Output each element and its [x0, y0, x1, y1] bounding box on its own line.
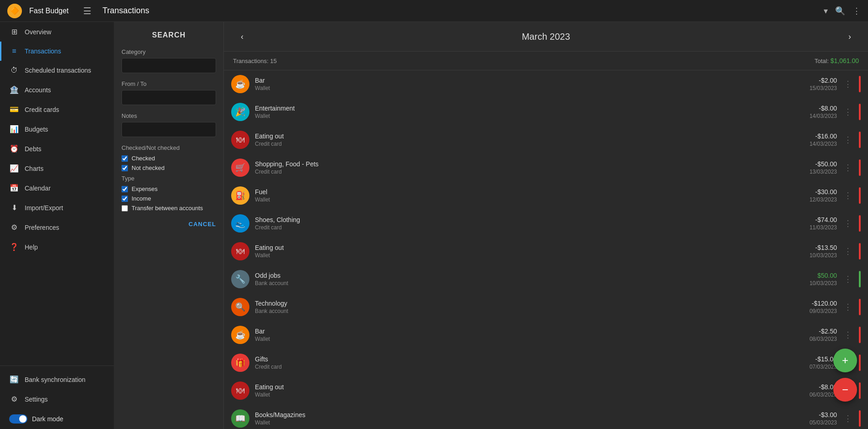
sidebar: ⊞ Overview ≡ Transactions ⏱ Scheduled tr… — [0, 22, 114, 429]
tx-info: Odd jobs Bank account — [255, 272, 804, 286]
tx-indicator — [859, 355, 861, 371]
main-layout: ⊞ Overview ≡ Transactions ⏱ Scheduled tr… — [0, 22, 868, 429]
tx-date: 14/03/2023 — [810, 113, 837, 119]
tx-menu-icon[interactable]: ⋮ — [842, 79, 853, 89]
tx-date: 09/03/2023 — [810, 308, 837, 314]
next-month-button[interactable]: › — [842, 29, 857, 44]
tx-category: Books/Magazines — [255, 411, 804, 418]
cancel-button[interactable]: CANCEL — [122, 221, 216, 228]
sidebar-bottom: 🔄 Bank synchronization ⚙ Settings Dark m… — [0, 365, 114, 429]
tx-menu-icon[interactable]: ⋮ — [842, 135, 853, 145]
notes-group: Notes — [122, 112, 216, 137]
sidebar-item-debts[interactable]: ⏰ Debts — [0, 139, 114, 159]
accounts-icon: 🏦 — [9, 85, 19, 94]
sidebar-item-settings[interactable]: ⚙ Settings — [0, 389, 114, 409]
more-options-icon[interactable]: ⋮ — [852, 6, 861, 16]
tx-category: Technology — [255, 300, 804, 307]
topbar-actions: ▾ 🔍 ⋮ — [824, 6, 861, 16]
tx-account: Wallet — [255, 419, 804, 426]
sidebar-label-accounts: Accounts — [25, 86, 51, 94]
table-row: 🍽 Eating out Credit card -$16.00 14/03/2… — [224, 126, 868, 154]
tx-date: 10/03/2023 — [810, 252, 837, 259]
toggle-knob — [19, 415, 26, 423]
tx-info: Gifts Credit card — [255, 355, 804, 370]
tx-info: Books/Magazines Wallet — [255, 411, 804, 426]
tx-avatar: 🔍 — [231, 298, 249, 316]
menu-icon[interactable]: ☰ — [83, 5, 91, 16]
tx-indicator — [859, 243, 861, 260]
notes-input[interactable] — [122, 122, 216, 137]
sidebar-label-help: Help — [25, 244, 38, 251]
tx-amount: -$50.00 — [815, 160, 837, 168]
dropdown-icon[interactable]: ▾ — [824, 6, 828, 16]
add-transaction-button[interactable]: + — [833, 349, 857, 372]
tx-amount: -$2.50 — [819, 328, 837, 335]
tx-info: Eating out Credit card — [255, 132, 804, 147]
sidebar-item-charts[interactable]: 📈 Charts — [0, 159, 114, 178]
tx-menu-icon[interactable]: ⋮ — [842, 302, 853, 312]
tx-info: Bar Wallet — [255, 328, 804, 342]
transaction-rows: ☕ Bar Wallet -$2.00 15/03/2023 ⋮ 🎉 Enter… — [224, 70, 868, 429]
tx-right: -$2.50 08/03/2023 — [810, 328, 837, 342]
tx-menu-icon[interactable]: ⋮ — [842, 330, 853, 340]
tx-account: Wallet — [255, 196, 804, 203]
tx-indicator — [859, 410, 861, 427]
transactions-icon: ≡ — [9, 47, 19, 55]
dark-mode-label: Dark mode — [32, 415, 63, 423]
sidebar-item-budgets[interactable]: 📊 Budgets — [0, 119, 114, 139]
tx-right: -$2.00 15/03/2023 — [810, 77, 837, 91]
table-row: 📖 Books/Magazines Wallet -$3.00 05/03/20… — [224, 405, 868, 429]
tx-right: -$120.00 09/03/2023 — [810, 300, 837, 314]
sidebar-item-preferences[interactable]: ⚙ Preferences — [0, 217, 114, 237]
transactions-count-label: Transactions: 15 — [233, 58, 277, 64]
sidebar-item-accounts[interactable]: 🏦 Accounts — [0, 80, 114, 100]
tx-date: 11/03/2023 — [810, 224, 837, 231]
sidebar-item-help[interactable]: ❓ Help — [0, 237, 114, 257]
sidebar-item-import-export[interactable]: ⬇ Import/Export — [0, 198, 114, 217]
sidebar-label-bank-sync: Bank synchronization — [25, 376, 85, 383]
sidebar-item-scheduled[interactable]: ⏱ Scheduled transactions — [0, 61, 114, 80]
tx-right: -$15.00 07/03/2023 — [810, 355, 837, 370]
tx-info: Entertainment Wallet — [255, 105, 804, 119]
sidebar-item-transactions[interactable]: ≡ Transactions — [0, 42, 114, 61]
dark-mode-toggle[interactable]: Dark mode — [0, 409, 114, 429]
transfer-checkbox[interactable]: Transfer between accounts — [122, 205, 216, 212]
tx-menu-icon[interactable]: ⋮ — [842, 246, 853, 256]
category-input[interactable] — [122, 58, 216, 73]
tx-avatar: 👟 — [231, 214, 249, 233]
topbar: 🔶 Fast Budget ☰ Transactions ▾ 🔍 ⋮ — [0, 0, 868, 22]
sidebar-item-credit-cards[interactable]: 💳 Credit cards — [0, 100, 114, 119]
tx-indicator — [859, 327, 861, 343]
tx-menu-icon[interactable]: ⋮ — [842, 274, 853, 284]
tx-avatar: 🔧 — [231, 270, 249, 288]
sidebar-label-overview: Overview — [25, 28, 51, 36]
prev-month-button[interactable]: ‹ — [235, 29, 249, 44]
not-checked-checkbox[interactable]: Not checked — [122, 164, 216, 171]
tx-menu-icon[interactable]: ⋮ — [842, 218, 853, 228]
tx-avatar: ⛽ — [231, 186, 249, 205]
tx-date: 05/03/2023 — [810, 419, 837, 426]
table-row: ☕ Bar Wallet -$2.00 15/03/2023 ⋮ — [224, 70, 868, 98]
tx-account: Credit card — [255, 224, 804, 231]
expenses-checkbox[interactable]: Expenses — [122, 185, 216, 192]
dark-mode-switch[interactable] — [9, 414, 27, 424]
tx-avatar: 🎉 — [231, 103, 249, 121]
checked-checkbox[interactable]: Checked — [122, 155, 216, 162]
remove-transaction-button[interactable]: − — [833, 378, 857, 402]
from-to-input[interactable] — [122, 90, 216, 105]
search-icon[interactable]: 🔍 — [835, 6, 845, 16]
tx-amount: -$16.00 — [815, 132, 837, 140]
sidebar-item-calendar[interactable]: 📅 Calendar — [0, 178, 114, 198]
income-checkbox[interactable]: Income — [122, 195, 216, 202]
from-to-group: From / To — [122, 80, 216, 105]
sidebar-item-overview[interactable]: ⊞ Overview — [0, 22, 114, 42]
tx-menu-icon[interactable]: ⋮ — [842, 163, 853, 173]
tx-menu-icon[interactable]: ⋮ — [842, 413, 853, 424]
tx-menu-icon[interactable]: ⋮ — [842, 191, 853, 201]
tx-menu-icon[interactable]: ⋮ — [842, 107, 853, 117]
sidebar-item-bank-sync[interactable]: 🔄 Bank synchronization — [0, 370, 114, 389]
tx-avatar: ☕ — [231, 75, 249, 93]
preferences-icon: ⚙ — [9, 223, 19, 232]
tx-indicator — [859, 132, 861, 148]
tx-right: $50.00 10/03/2023 — [810, 272, 837, 286]
